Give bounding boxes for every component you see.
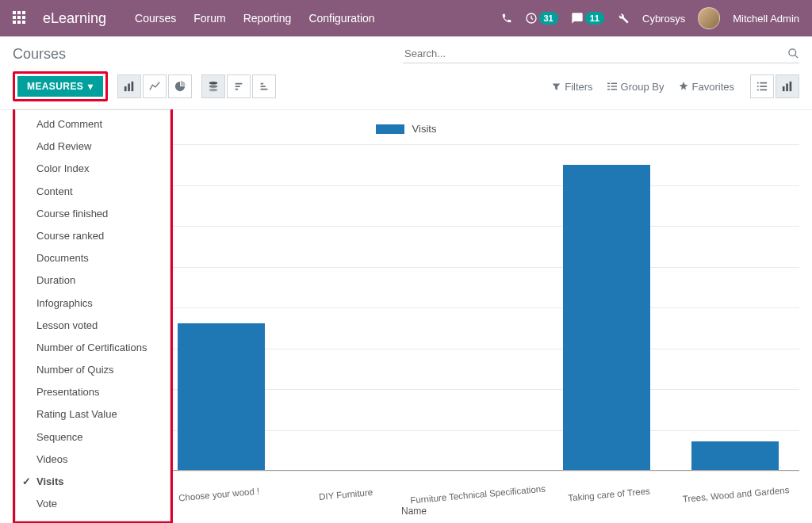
caret-down-icon: ▾ [88, 81, 93, 92]
measure-option[interactable]: Visits [16, 471, 170, 493]
svg-rect-18 [760, 86, 767, 87]
sort-asc-button[interactable] [252, 74, 276, 98]
measure-option[interactable]: Add Comment [16, 113, 170, 136]
svg-rect-9 [607, 83, 610, 85]
pie-chart-button[interactable] [168, 74, 192, 98]
x-tick-label: Choose your wood ! [155, 484, 283, 505]
phone-icon[interactable] [501, 13, 512, 24]
measure-option[interactable]: Rating Last Value [16, 403, 170, 426]
x-tick-label: DIY Furniture [282, 484, 410, 505]
svg-rect-4 [128, 84, 130, 92]
svg-point-7 [209, 85, 217, 88]
main-menu: Courses Forum Reporting Configuration [135, 12, 375, 25]
measures-button[interactable]: MEASURES ▾ [17, 76, 103, 97]
activities-badge: 31 [539, 12, 558, 25]
sort-desc-button[interactable] [227, 74, 251, 98]
favorites-button[interactable]: Favorites [679, 81, 734, 93]
stacked-button[interactable] [201, 74, 225, 98]
list-view-button[interactable] [750, 74, 774, 98]
nav-courses[interactable]: Courses [135, 12, 176, 25]
svg-rect-5 [131, 82, 133, 91]
x-tick-label: Trees, Wood and Gardens [672, 484, 800, 505]
measure-option[interactable]: Number of Quizs [16, 359, 170, 381]
group-by-button[interactable]: Group By [607, 81, 665, 93]
star-icon [679, 82, 688, 91]
messages-icon[interactable]: 11 [571, 12, 604, 25]
svg-point-1 [789, 49, 796, 56]
measure-option[interactable]: Number of Certifications [16, 337, 170, 359]
search-box[interactable] [403, 44, 799, 63]
filters-button[interactable]: Filters [552, 81, 592, 93]
nav-forum[interactable]: Forum [193, 12, 225, 25]
svg-rect-14 [611, 89, 617, 90]
svg-rect-16 [760, 82, 767, 84]
svg-rect-11 [607, 86, 610, 87]
legend-label: Visits [412, 123, 437, 135]
bar[interactable] [563, 165, 650, 470]
measure-option[interactable]: Lesson voted [16, 315, 170, 337]
svg-point-8 [209, 89, 217, 92]
svg-rect-19 [757, 90, 759, 91]
measure-option[interactable]: Videos [16, 449, 170, 471]
measure-option[interactable]: Votes [16, 515, 170, 521]
measure-option[interactable]: Content [16, 181, 170, 203]
measure-option[interactable]: Color Index [16, 158, 170, 180]
svg-rect-17 [757, 86, 759, 87]
bar-chart-button[interactable] [117, 74, 141, 98]
measure-option[interactable]: Presentations [16, 381, 170, 403]
search-icon[interactable] [787, 48, 799, 59]
x-tick-label: Furniture Technical Specifications [409, 484, 546, 506]
svg-rect-23 [790, 82, 792, 91]
bar[interactable] [691, 441, 779, 470]
measure-option[interactable]: Duration [16, 269, 170, 292]
tools-icon[interactable] [617, 12, 630, 25]
measure-option[interactable]: Infographics [16, 292, 170, 315]
svg-rect-20 [760, 90, 767, 91]
measure-option[interactable]: Vote [16, 493, 170, 515]
activities-icon[interactable]: 31 [525, 12, 558, 25]
company-switcher[interactable]: Cybrosys [642, 13, 685, 25]
line-chart-button[interactable] [143, 74, 167, 98]
filter-icon [552, 82, 561, 91]
graph-view-button[interactable] [776, 74, 799, 98]
bar[interactable] [178, 323, 265, 470]
search-input[interactable] [403, 44, 787, 63]
svg-rect-15 [757, 82, 759, 84]
user-menu[interactable]: Mitchell Admin [733, 13, 799, 25]
nav-reporting[interactable]: Reporting [243, 12, 292, 25]
brand-name: eLearning [43, 10, 106, 27]
svg-rect-10 [611, 83, 617, 85]
measures-dropdown[interactable]: Add CommentAdd ReviewColor IndexContentC… [15, 109, 170, 521]
svg-line-2 [795, 55, 798, 58]
apps-icon[interactable] [13, 11, 27, 25]
svg-rect-12 [611, 86, 617, 87]
measure-option[interactable]: Course ranked [16, 225, 170, 247]
avatar[interactable] [698, 7, 720, 29]
legend-swatch [376, 124, 404, 134]
measure-option[interactable]: Add Review [16, 136, 170, 158]
measure-option[interactable]: Documents [16, 247, 170, 269]
x-tick-label: Taking care of Trees [545, 484, 672, 505]
measure-option[interactable]: Course finished [16, 203, 170, 225]
messages-badge: 11 [585, 12, 604, 25]
svg-rect-3 [124, 86, 127, 91]
list-icon [607, 82, 617, 91]
svg-rect-13 [607, 89, 610, 90]
measure-option[interactable]: Sequence [16, 426, 170, 449]
svg-rect-22 [786, 84, 788, 92]
svg-point-6 [209, 82, 217, 85]
nav-configuration[interactable]: Configuration [308, 12, 374, 25]
page-title: Courses [13, 46, 66, 63]
svg-rect-21 [783, 86, 785, 91]
